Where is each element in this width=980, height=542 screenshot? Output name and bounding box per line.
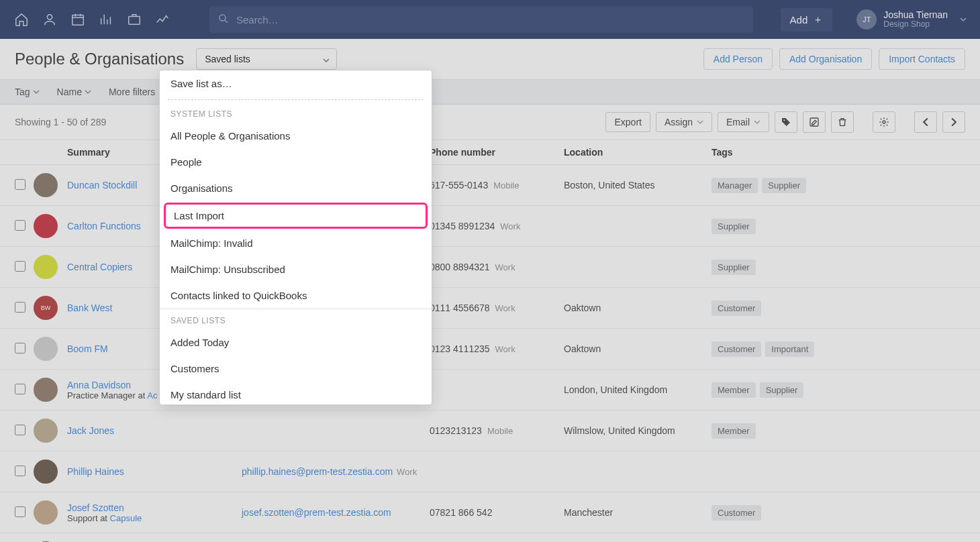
email-button[interactable]: Email xyxy=(718,112,769,132)
avatar xyxy=(34,255,58,279)
filter-name[interactable]: Name xyxy=(57,87,91,97)
calendar-icon[interactable] xyxy=(70,11,86,28)
chevron-down-icon xyxy=(697,119,703,125)
contact-name-link[interactable]: Carlton Functions xyxy=(67,221,141,231)
row-checkbox[interactable] xyxy=(15,506,26,517)
edit-icon-button[interactable] xyxy=(803,111,826,133)
avatar xyxy=(34,459,58,484)
import-contacts-button[interactable]: Import Contacts xyxy=(879,48,965,70)
dropdown-item[interactable]: Customers xyxy=(160,356,432,382)
home-icon[interactable] xyxy=(13,11,30,28)
user-menu[interactable]: JT Joshua Tiernan Design Shop xyxy=(856,9,967,30)
tag-pill[interactable]: Member xyxy=(712,382,756,398)
assign-button[interactable]: Assign xyxy=(656,112,712,132)
col-phone: Phone number xyxy=(430,147,564,158)
tag-pill[interactable]: Supplier xyxy=(712,219,756,234)
tag-pill[interactable]: Customer xyxy=(712,505,761,521)
search-input[interactable] xyxy=(209,6,753,33)
settings-icon-button[interactable] xyxy=(873,111,895,133)
contact-name-link[interactable]: Bank West xyxy=(67,303,112,313)
plus-icon: ＋ xyxy=(813,13,823,26)
avatar xyxy=(34,500,58,525)
dropdown-item[interactable]: Added Today xyxy=(160,329,432,356)
avatar xyxy=(34,419,58,443)
contact-name-link[interactable]: Jack Jones xyxy=(67,425,114,436)
dropdown-item[interactable]: Last Import xyxy=(164,203,428,229)
tag-pill[interactable]: Manager xyxy=(712,178,758,193)
user-avatar: JT xyxy=(856,9,877,30)
dropdown-item[interactable]: MailChimp: Invalid xyxy=(160,230,432,256)
next-page-button[interactable] xyxy=(942,111,965,133)
briefcase-icon[interactable] xyxy=(126,11,142,28)
person-icon[interactable] xyxy=(42,11,58,28)
chevron-down-icon xyxy=(33,89,40,95)
contact-name-link[interactable]: Duncan Stockdill xyxy=(67,180,137,191)
tag-pill[interactable]: Member xyxy=(712,423,756,439)
user-name: Joshua Tiernan xyxy=(883,9,948,20)
location: Boston, United States xyxy=(564,180,712,191)
dropdown-item[interactable]: People xyxy=(160,149,432,175)
row-checkbox[interactable] xyxy=(15,302,26,313)
search-icon xyxy=(217,13,230,25)
contact-name-link[interactable]: Boom FM xyxy=(67,343,108,354)
location: Oaktown xyxy=(564,303,712,313)
contact-org-link[interactable]: Ac xyxy=(147,390,157,400)
chart-line-icon[interactable] xyxy=(154,11,170,28)
table-row: Dom Briggsdom.briggs@prem-test.zestia.co… xyxy=(0,533,980,542)
dropdown-item[interactable]: My standard list xyxy=(160,382,432,405)
page-title: People & Organisations xyxy=(15,50,184,68)
chevron-down-icon xyxy=(960,16,967,23)
tag-icon-button[interactable] xyxy=(775,111,797,133)
dropdown-item[interactable]: Contacts linked to QuickBooks xyxy=(160,282,432,309)
list-toolbar: Showing 1 - 50 of 289 Export Assign Emai… xyxy=(0,105,980,140)
saved-lists-select[interactable]: Saved lists xyxy=(196,48,337,70)
phone-type: Work xyxy=(500,221,520,231)
dropdown-item[interactable]: Organisations xyxy=(160,175,432,201)
filter-tag[interactable]: Tag xyxy=(15,87,40,97)
row-checkbox[interactable] xyxy=(15,179,26,190)
contact-subtitle: Support at Capsule xyxy=(67,513,242,523)
row-checkbox[interactable] xyxy=(15,425,26,435)
tag-pill[interactable]: Supplier xyxy=(760,382,804,398)
phone-number: 617-555-0143 xyxy=(430,180,488,191)
chevron-down-icon xyxy=(323,57,330,64)
phone-number: 0800 8894321 xyxy=(430,262,490,272)
svg-point-4 xyxy=(783,119,785,121)
contact-org-link[interactable]: Capsule xyxy=(110,513,142,523)
contact-name-link[interactable]: Josef Szotten xyxy=(67,502,124,513)
email-link[interactable]: josef.szotten@prem-test.zestia.com xyxy=(242,507,391,518)
tag-pill[interactable]: Customer xyxy=(712,341,761,357)
table-row: Anna DavidsonPractice Manager at AcLondo… xyxy=(0,370,980,411)
row-checkbox[interactable] xyxy=(15,343,26,354)
dropdown-save-as[interactable]: Save list as… xyxy=(160,70,432,97)
row-checkbox[interactable] xyxy=(15,220,26,231)
tag-pill[interactable]: Supplier xyxy=(762,178,806,193)
dropdown-item[interactable]: All People & Organisations xyxy=(160,123,432,149)
row-checkbox[interactable] xyxy=(15,261,26,272)
add-organisation-button[interactable]: Add Organisation xyxy=(779,48,872,70)
delete-icon-button[interactable] xyxy=(831,111,854,133)
dropdown-item[interactable]: MailChimp: Unsubscribed xyxy=(160,256,432,282)
row-checkbox[interactable] xyxy=(15,466,26,476)
export-button[interactable]: Export xyxy=(605,112,650,132)
prev-page-button[interactable] xyxy=(914,111,937,133)
filter-more[interactable]: More filters xyxy=(109,87,155,97)
row-checkbox[interactable] xyxy=(15,384,26,394)
add-button[interactable]: Add＋ xyxy=(781,8,833,32)
phone-number: 01345 8991234 xyxy=(430,221,495,231)
phone-type: Work xyxy=(495,344,516,354)
stats-icon[interactable] xyxy=(98,11,114,28)
contact-name-link[interactable]: Phillip Haines xyxy=(67,466,124,477)
top-nav: Add＋ JT Joshua Tiernan Design Shop xyxy=(0,0,980,39)
add-person-button[interactable]: Add Person xyxy=(703,48,773,70)
tag-pill[interactable]: Important xyxy=(765,341,814,357)
table-row: Josef SzottenSupport at Capsulejosef.szo… xyxy=(0,492,980,533)
table-row: Jack Jones0123213123MobileWilmslow, Unit… xyxy=(0,411,980,451)
filter-bar: Tag Name More filters xyxy=(0,80,980,105)
contact-name-link[interactable]: Central Copiers xyxy=(67,262,132,272)
email-link[interactable]: phillip.haines@prem-test.zestia.com xyxy=(242,466,393,477)
tag-pill[interactable]: Supplier xyxy=(712,260,756,275)
location: Manchester xyxy=(564,507,712,518)
tag-pill[interactable]: Customer xyxy=(712,301,761,316)
contact-name-link[interactable]: Anna Davidson xyxy=(67,380,131,390)
